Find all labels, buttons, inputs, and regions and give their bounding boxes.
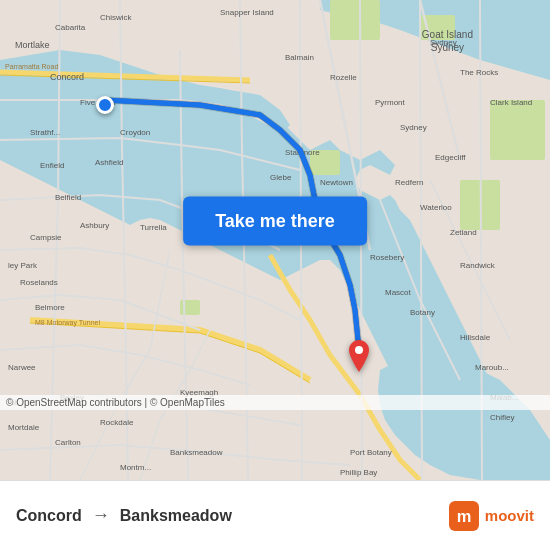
copyright-strip: © OpenStreetMap contributors | © OpenMap… bbox=[0, 395, 550, 410]
svg-text:Mortlake: Mortlake bbox=[15, 40, 50, 50]
svg-text:Turrella: Turrella bbox=[140, 223, 167, 232]
route-from: Concord bbox=[16, 507, 82, 525]
svg-text:Carlton: Carlton bbox=[55, 438, 81, 447]
svg-text:Parramatta Road: Parramatta Road bbox=[5, 63, 58, 70]
svg-rect-1 bbox=[330, 0, 380, 40]
svg-text:Rosebery: Rosebery bbox=[370, 253, 404, 262]
svg-text:Enfield: Enfield bbox=[40, 161, 64, 170]
svg-rect-5 bbox=[490, 100, 545, 160]
svg-text:Ashfield: Ashfield bbox=[95, 158, 123, 167]
start-marker bbox=[96, 96, 114, 114]
svg-text:Roselands: Roselands bbox=[20, 278, 58, 287]
svg-text:Concord: Concord bbox=[50, 72, 84, 82]
svg-text:Hillsdale: Hillsdale bbox=[460, 333, 491, 342]
end-marker bbox=[345, 340, 373, 380]
route-to: Banksmeadow bbox=[120, 507, 232, 525]
svg-text:Mortdale: Mortdale bbox=[8, 423, 40, 432]
svg-text:Belfield: Belfield bbox=[55, 193, 81, 202]
svg-text:Botany: Botany bbox=[410, 308, 435, 317]
svg-text:Edgecliff: Edgecliff bbox=[435, 153, 466, 162]
svg-text:Ashbury: Ashbury bbox=[80, 221, 109, 230]
svg-text:The Rocks: The Rocks bbox=[460, 68, 498, 77]
svg-rect-6 bbox=[180, 300, 200, 315]
svg-text:Montm...: Montm... bbox=[120, 463, 151, 472]
moovit-logo-icon: m bbox=[449, 501, 479, 531]
svg-text:Banksmeadow: Banksmeadow bbox=[170, 448, 223, 457]
svg-text:Clark Island: Clark Island bbox=[490, 98, 532, 107]
moovit-logo: m moovit bbox=[449, 501, 534, 531]
svg-text:ley Park: ley Park bbox=[8, 261, 38, 270]
svg-text:Zetland: Zetland bbox=[450, 228, 477, 237]
svg-text:Waterloo: Waterloo bbox=[420, 203, 452, 212]
svg-text:Sydney: Sydney bbox=[430, 38, 457, 47]
svg-text:m: m bbox=[456, 507, 471, 525]
svg-text:Croydon: Croydon bbox=[120, 128, 150, 137]
svg-text:M8 Motorway Tunnel: M8 Motorway Tunnel bbox=[35, 319, 100, 327]
svg-text:Maroub...: Maroub... bbox=[475, 363, 509, 372]
svg-text:Randwick: Randwick bbox=[460, 261, 496, 270]
map-container: Parramatta Road M8 Motorway Tunnel Mortl… bbox=[0, 0, 550, 480]
svg-text:Glebe: Glebe bbox=[270, 173, 292, 182]
svg-text:Stanmore: Stanmore bbox=[285, 148, 320, 157]
svg-text:Sydney: Sydney bbox=[400, 123, 427, 132]
arrow-icon: → bbox=[92, 505, 110, 526]
route-info: Concord → Banksmeadow bbox=[16, 505, 449, 526]
take-me-there-button[interactable]: Take me there bbox=[183, 196, 367, 245]
svg-text:Rockdale: Rockdale bbox=[100, 418, 134, 427]
svg-text:Newtown: Newtown bbox=[320, 178, 353, 187]
svg-text:Mascot: Mascot bbox=[385, 288, 412, 297]
svg-text:Strathf...: Strathf... bbox=[30, 128, 60, 137]
svg-text:Port Botany: Port Botany bbox=[350, 448, 392, 457]
svg-text:Snapper Island: Snapper Island bbox=[220, 8, 274, 17]
svg-text:Chiswick: Chiswick bbox=[100, 13, 133, 22]
svg-text:Campsie: Campsie bbox=[30, 233, 62, 242]
svg-text:Narwee: Narwee bbox=[8, 363, 36, 372]
svg-text:Belmore: Belmore bbox=[35, 303, 65, 312]
svg-text:Redfern: Redfern bbox=[395, 178, 423, 187]
svg-point-61 bbox=[355, 346, 363, 354]
bottom-bar: Concord → Banksmeadow m moovit bbox=[0, 480, 550, 550]
svg-text:Balmain: Balmain bbox=[285, 53, 314, 62]
moovit-text: moovit bbox=[485, 507, 534, 524]
svg-text:Rozelle: Rozelle bbox=[330, 73, 357, 82]
svg-text:Chifley: Chifley bbox=[490, 413, 514, 422]
svg-text:Cabarita: Cabarita bbox=[55, 23, 86, 32]
svg-text:Phillip Bay: Phillip Bay bbox=[340, 468, 377, 477]
svg-text:Pyrmont: Pyrmont bbox=[375, 98, 406, 107]
